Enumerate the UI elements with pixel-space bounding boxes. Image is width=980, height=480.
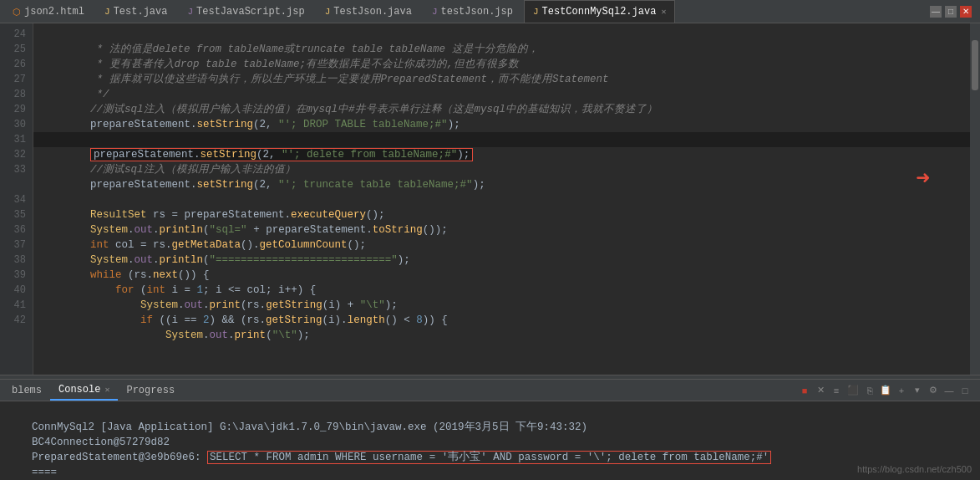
code-line-19: if ((i == 2) && (rs.getString(i).length(…	[33, 298, 970, 313]
code-line-13: System.out.println("sql=" + prepareState…	[33, 207, 970, 222]
stop-button[interactable]: ■	[798, 384, 811, 397]
red-arrow-icon: ➜	[916, 164, 930, 192]
tab-bar: ⬡ json2.html J Test.java J TestJavaScrip…	[0, 0, 980, 23]
console-toolbar: ■ ✕ ≡ ⬛ ⎘ 📋 + ▾ ⚙ — □	[798, 384, 977, 397]
tab-testjavascript[interactable]: J TestJavaScript.jsp	[178, 0, 313, 23]
code-line-16: while (rs.next()) {	[33, 253, 970, 268]
code-line-15: System.out.println("====================…	[33, 237, 970, 253]
editor-area: 24 25 26 27 28 29 30 31 32 33 34 35 36 3…	[0, 23, 980, 375]
java-icon-3: J	[533, 7, 539, 17]
code-content: * 法的值是delete from tableName或truncate tab…	[33, 23, 970, 375]
code-line-2: * 更有甚者传入drop table tableName;有些数据库是不会让你成…	[33, 42, 970, 57]
code-line-4: */	[33, 72, 970, 87]
code-line-10: prepareStatement.setString(2, "'; trunca…	[33, 162, 970, 177]
username-keyword: username	[373, 452, 423, 463]
watermark: https://blog.csdn.net/czh500	[857, 462, 972, 477]
scroll-lock-button[interactable]: ≡	[830, 384, 843, 397]
new-console-button[interactable]: +	[895, 384, 908, 397]
tab-test-java[interactable]: J Test.java	[95, 0, 176, 23]
console-close-icon[interactable]: ✕	[104, 385, 109, 395]
code-line-5: //测试sql注入（模拟用户输入非法的值）在mysql中#井号表示单行注释（这是…	[33, 87, 970, 102]
java-icon-2: J	[325, 7, 331, 17]
progress-label: Progress	[126, 385, 175, 396]
line-numbers: 24 25 26 27 28 29 30 31 32 33 34 35 36 3…	[0, 23, 33, 375]
tab-close-icon[interactable]: ✕	[661, 7, 666, 17]
bottom-tab-bar: blems Console ✕ Progress ■ ✕ ≡ ⬛ ⎘ 📋 + ▾…	[0, 380, 980, 401]
html-icon: ⬡	[13, 7, 21, 18]
expand-panel-button[interactable]: □	[958, 384, 972, 397]
jsp-icon-2: J	[432, 7, 438, 17]
code-line-blank	[33, 177, 970, 192]
code-line-1: * 法的值是delete from tableName或truncate tab…	[33, 27, 970, 42]
copy-button[interactable]: ⎘	[863, 384, 876, 397]
code-line-14: int col = rs.getMetaData().getColumnCoun…	[33, 222, 970, 237]
code-line-7: //测试sql注入（模拟用户输入非法的值）	[33, 117, 970, 132]
console-line-1: ConnMySql2 [Java Application] G:\Java\jd…	[7, 405, 973, 420]
pin-button[interactable]: ⬛	[845, 384, 861, 397]
code-line-20: System.out.print("\t");	[33, 313, 970, 328]
paste-button[interactable]: 📋	[879, 384, 892, 397]
tab-testjson-jsp[interactable]: J testJson.jsp	[423, 0, 522, 23]
maximize-button[interactable]: □	[945, 6, 957, 18]
jsp-icon: J	[187, 7, 193, 17]
minimize-button[interactable]: —	[930, 6, 942, 18]
settings-button[interactable]: ⚙	[927, 384, 940, 397]
window-controls: — □ ✕	[930, 6, 977, 18]
tab-json2[interactable]: ⬡ json2.html	[3, 0, 94, 23]
console-label: Console	[58, 384, 100, 396]
minimize-panel-button[interactable]: —	[942, 384, 956, 397]
view-menu-button[interactable]: ▾	[911, 384, 924, 397]
tab-testconn[interactable]: J TestConnMySql2.java ✕	[524, 0, 675, 23]
code-line-9: //测试sql注入（模拟用户输入非法的值）	[33, 147, 970, 162]
clear-button[interactable]: ✕	[814, 384, 827, 397]
tab-testjson-java[interactable]: J TestJson.java	[316, 0, 421, 23]
code-line-18: System.out.print(rs.getString(i) + "\t")…	[33, 283, 970, 298]
code-line-12: ResultSet rs = prepareStatement.executeQ…	[33, 192, 970, 207]
code-line-6: prepareStatement.setString(2, "'; DROP T…	[33, 102, 970, 117]
problems-label: blems	[12, 385, 42, 396]
console-output: ConnMySql2 [Java Application] G:\Java\jd…	[0, 401, 980, 480]
scrollbar-thumb[interactable]	[972, 40, 978, 90]
tab-problems[interactable]: blems	[3, 380, 50, 401]
close-button[interactable]: ✕	[960, 6, 972, 18]
code-line-3: * 据库就可以使这些语句执行，所以生产环境上一定要使用PreparedState…	[33, 57, 970, 72]
console-sql-highlight: SELECT * FROM admin WHERE username = '韦小…	[207, 451, 771, 464]
code-line-8-highlighted: prepareStatement.setString(2, "'; delete…	[33, 132, 970, 147]
editor-scrollbar[interactable]	[970, 23, 980, 375]
tab-console[interactable]: Console ✕	[50, 380, 118, 401]
tab-progress[interactable]: Progress	[118, 380, 183, 401]
code-line-17: for (int i = 1; i <= col; i++) {	[33, 268, 970, 283]
java-icon: J	[104, 7, 110, 17]
